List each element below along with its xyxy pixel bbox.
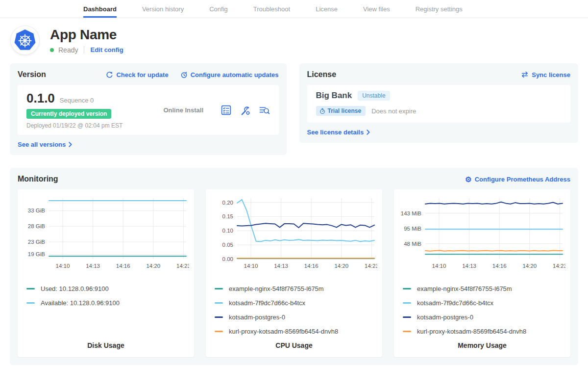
sync-license-button[interactable]: Sync license	[521, 71, 570, 78]
chart-panel-disk-usage: 14:1014:1314:1614:2014:2333 GiB28 GiB23 …	[18, 189, 194, 357]
svg-text:0.20: 0.20	[222, 200, 233, 206]
stopwatch-icon	[319, 108, 325, 114]
check-for-update-button[interactable]: Check for update	[106, 71, 168, 78]
page-title: App Name	[50, 27, 123, 43]
chart-title: CPU Usage	[211, 341, 377, 352]
install-type-label: Online Install	[147, 106, 220, 114]
configure-prometheus-button[interactable]: ⚙ Configure Prometheus Address	[465, 176, 570, 183]
sync-icon	[521, 71, 529, 78]
tab-dashboard[interactable]: Dashboard	[83, 0, 117, 18]
legend-label: example-nginx-54f8f76755-l675m	[417, 285, 512, 292]
tab-config[interactable]: Config	[209, 0, 228, 18]
svg-text:14:16: 14:16	[304, 263, 318, 269]
legend-label: kotsadm-7f9dc7d66c-b4tcx	[229, 299, 305, 307]
legend-item: kurl-proxy-kotsadm-8569fb6454-dnvh8	[215, 324, 377, 339]
version-card-title: Version	[18, 70, 46, 79]
legend-swatch	[215, 288, 223, 289]
sequence-label: Sequence 0	[60, 97, 94, 104]
chart-plot-cpu-usage: 14:1014:1314:1614:2014:230.200.150.100.0…	[211, 194, 377, 277]
svg-text:14:10: 14:10	[244, 263, 258, 269]
legend-swatch	[403, 302, 411, 304]
monitoring-title: Monitoring	[18, 175, 58, 183]
config-wrench-icon[interactable]	[240, 105, 251, 116]
legend-item: kotsadm-7f9dc7d66c-b4tcx	[215, 296, 377, 310]
chart-legend: example-nginx-54f8f76755-l675mkotsadm-7f…	[399, 277, 565, 339]
tab-version-history[interactable]: Version history	[142, 0, 184, 18]
svg-text:0.00: 0.00	[222, 256, 233, 262]
refresh-icon	[106, 71, 113, 78]
license-expiry: Does not expire	[371, 107, 416, 115]
chart-legend: Used: 10.128.0.96:9100Available: 10.128.…	[23, 277, 189, 310]
schedule-icon	[180, 71, 188, 78]
legend-item: kotsadm-7f9dc7d66c-b4tcx	[403, 296, 565, 310]
tab-view-files[interactable]: View files	[363, 0, 390, 18]
see-all-versions-link[interactable]: See all versions	[18, 141, 279, 148]
legend-swatch	[215, 331, 223, 332]
svg-text:0.10: 0.10	[222, 228, 233, 234]
legend-swatch	[26, 288, 35, 289]
tab-registry-settings[interactable]: Registry settings	[416, 0, 463, 18]
legend-label: Used: 10.128.0.96:9100	[41, 285, 109, 292]
chart-legend: example-nginx-54f8f76755-l675mkotsadm-7f…	[211, 277, 377, 339]
svg-text:14:13: 14:13	[274, 263, 288, 269]
deployed-timestamp: Deployed 01/19/22 @ 02:04 pm EST	[26, 122, 147, 129]
svg-text:33 GiB: 33 GiB	[28, 208, 45, 213]
channel-badge: Unstable	[358, 91, 390, 101]
legend-swatch	[403, 316, 411, 318]
version-number: 0.1.0	[26, 91, 55, 106]
license-card-title: License	[307, 70, 337, 79]
svg-text:14:10: 14:10	[432, 263, 446, 269]
see-all-versions-label: See all versions	[18, 141, 66, 148]
svg-text:14:16: 14:16	[492, 263, 507, 269]
svg-text:0.15: 0.15	[222, 213, 233, 219]
svg-text:14:10: 14:10	[56, 263, 70, 269]
legend-swatch	[403, 331, 411, 332]
legend-label: example-nginx-54f8f76755-l675m	[229, 285, 324, 292]
svg-text:14:13: 14:13	[86, 263, 100, 269]
legend-swatch	[26, 302, 35, 304]
legend-item: Used: 10.128.0.96:9100	[26, 282, 189, 296]
edit-config-link[interactable]: Edit config	[90, 46, 123, 53]
chart-panel-memory-usage: 14:1014:1314:1614:2014:23143 MiB95 MiB48…	[394, 189, 570, 357]
svg-text:28 GiB: 28 GiB	[28, 223, 45, 229]
see-license-details-label: See license details	[307, 129, 364, 136]
legend-item: kotsadm-postgres-0	[215, 310, 377, 324]
legend-label: kurl-proxy-kotsadm-8569fb6454-dnvh8	[417, 328, 526, 335]
deployed-badge: Currently deployed version	[26, 109, 111, 119]
svg-text:0.05: 0.05	[222, 242, 233, 248]
chart-title: Memory Usage	[399, 341, 565, 352]
configure-automatic-updates-button[interactable]: Configure automatic updates	[180, 71, 279, 78]
top-nav: DashboardVersion historyConfigTroublesho…	[0, 0, 588, 18]
svg-text:19 GiB: 19 GiB	[28, 251, 45, 257]
legend-item: Available: 10.128.0.96:9100	[26, 296, 189, 310]
svg-text:23 GiB: 23 GiB	[28, 239, 45, 245]
svg-text:14:23: 14:23	[553, 263, 565, 269]
gear-icon: ⚙	[465, 176, 471, 183]
legend-label: kurl-proxy-kotsadm-8569fb6454-dnvh8	[229, 328, 338, 335]
license-card: License Sync license Big Bank Unstable	[299, 63, 579, 143]
legend-label: kotsadm-postgres-0	[229, 314, 285, 321]
version-card: Version Check for update Configure au	[10, 63, 287, 155]
chevron-right-icon	[367, 130, 370, 135]
legend-item: example-nginx-54f8f76755-l675m	[403, 282, 565, 296]
tab-troubleshoot[interactable]: Troubleshoot	[253, 0, 290, 18]
tab-license[interactable]: License	[316, 0, 338, 18]
view-logs-icon[interactable]	[259, 105, 270, 116]
sync-license-label: Sync license	[532, 71, 570, 78]
app-header: App Name Ready Edit config	[0, 18, 588, 63]
legend-swatch	[403, 288, 411, 289]
check-for-update-label: Check for update	[116, 71, 168, 78]
trial-license-badge: Trial license	[316, 106, 366, 116]
preflight-checks-icon[interactable]	[220, 105, 232, 116]
see-license-details-link[interactable]: See license details	[307, 129, 571, 136]
legend-label: Available: 10.128.0.96:9100	[41, 299, 120, 307]
configure-automatic-updates-label: Configure automatic updates	[191, 71, 279, 78]
monitoring-card: Monitoring ⚙ Configure Prometheus Addres…	[10, 168, 578, 365]
chart-panel-cpu-usage: 14:1014:1314:1614:2014:230.200.150.100.0…	[206, 189, 382, 357]
legend-item: kotsadm-postgres-0	[403, 310, 565, 324]
trial-license-label: Trial license	[328, 107, 362, 114]
svg-text:14:23: 14:23	[176, 263, 189, 269]
status-dot	[50, 48, 54, 52]
charts-row: 14:1014:1314:1614:2014:2333 GiB28 GiB23 …	[18, 189, 570, 357]
legend-item: example-nginx-54f8f76755-l675m	[215, 282, 377, 296]
